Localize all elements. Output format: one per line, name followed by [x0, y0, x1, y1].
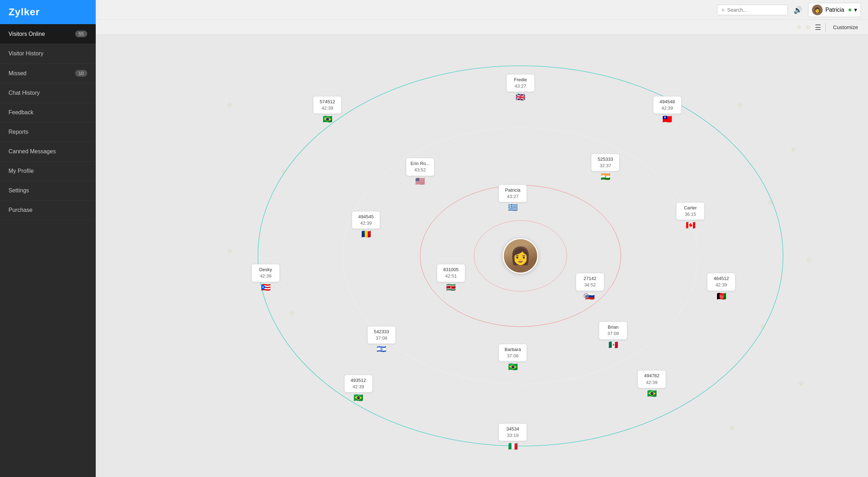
sidebar-item-visitors-online[interactable]: Visitors Online55 [0, 24, 96, 44]
visitor-time: 37:08 [603, 330, 623, 337]
visitor-node-493512[interactable]: 49351242:39🇧🇷 [344, 375, 373, 402]
visitor-node-carter[interactable]: Carter36:15🇨🇦 [676, 202, 705, 230]
visitor-flag: 🇺🇸 [415, 176, 425, 186]
star-decoration-0: ☆ [227, 101, 233, 109]
visitor-time: 42:39 [255, 273, 276, 279]
star-decoration-7: ☆ [806, 256, 812, 264]
visitor-node-831005[interactable]: 83100542:51🇸🇷 [437, 264, 465, 292]
visitor-node-525333[interactable]: 52533332:37🇮🇳 [591, 154, 619, 181]
sidebar-item-reports[interactable]: Reports [0, 122, 96, 142]
visitor-time: 32:37 [595, 163, 616, 169]
visitor-id: 464512 [711, 275, 731, 282]
visitor-time: 42:39 [657, 105, 678, 111]
visitor-time: 43:27 [510, 83, 531, 89]
visitor-time: 43:27 [502, 193, 523, 200]
visitor-time: 34:52 [580, 282, 600, 288]
star-decoration-5: ☆ [791, 146, 796, 153]
visitor-flag: 🇷🇴 [361, 230, 371, 239]
search-box[interactable]: ≡ [717, 5, 788, 15]
visitor-id: 574512 [317, 99, 338, 105]
visitor-flag: 🇨🇦 [686, 221, 695, 230]
visitor-flag: 🇮🇱 [377, 345, 386, 354]
visitor-id: Patricia [502, 187, 523, 193]
visitor-card: Brian37:08 [599, 322, 627, 339]
star-decoration-1: ☆ [281, 168, 287, 175]
sidebar-item-label: Visitors Online [9, 31, 45, 37]
visitor-card: Barbara37:08 [499, 344, 527, 361]
sidebar-item-label: Chat History [9, 90, 40, 96]
visitor-card: 54233337:08 [367, 326, 396, 344]
visitor-card: 49351242:39 [344, 375, 373, 393]
visitor-id: 493512 [348, 377, 369, 384]
visitor-node-464512[interactable]: 46451242:39🇦🇫 [707, 273, 735, 301]
sidebar-item-settings[interactable]: Settings [0, 181, 96, 201]
hamburger-icon[interactable]: ☰ [815, 23, 821, 32]
visitor-time: 37:08 [371, 335, 392, 341]
visitor-card: 49454842:39 [653, 96, 681, 114]
visitor-id: 34534 [502, 426, 523, 432]
sidebar-item-visitor-history[interactable]: Visitor History [0, 44, 96, 64]
visitor-card: Carter36:15 [676, 202, 705, 220]
visitor-id: 494545 [356, 214, 376, 220]
visitor-time: 42:39 [641, 379, 662, 385]
visitor-id: 494782 [641, 373, 662, 379]
visitor-flag: 🇬🇧 [516, 93, 525, 102]
user-name: Patricia [825, 7, 844, 13]
visitor-card: 49478242:39 [638, 370, 666, 388]
sidebar-item-purchase[interactable]: Purchase [0, 201, 96, 220]
customize-bar: ☆ ☆ ☰ Customize [96, 20, 868, 35]
visitor-node-patricia[interactable]: Patricia43:27🇬🇷 [499, 185, 527, 212]
visitor-card: 83100542:51 [437, 264, 465, 282]
user-profile-button[interactable]: 👩 Patricia ▾ [808, 3, 861, 17]
visitor-node-fredie[interactable]: Fredie43:27🇬🇧 [506, 74, 535, 102]
visitor-time: 42:39 [356, 220, 376, 226]
visitor-id: 542333 [371, 329, 392, 335]
visitor-node-494782[interactable]: 49478242:39🇧🇷 [638, 370, 666, 398]
sidebar: Zylker Visitors Online55Visitor HistoryM… [0, 0, 96, 477]
sidebar-item-missed[interactable]: Missed10 [0, 64, 96, 83]
visitor-node-494548[interactable]: 49454842:39🇹🇼 [653, 96, 681, 124]
sidebar-item-label: My Profile [9, 168, 34, 174]
visitor-node-desky[interactable]: Desky42:39🇵🇷 [251, 264, 280, 292]
visitor-node-erin-ro[interactable]: Erin Ro...43:52🇺🇸 [406, 158, 434, 186]
center-avatar-image: 👩 [503, 238, 538, 274]
divider [825, 23, 826, 32]
visitor-node-27142[interactable]: 2714234:52🇷🇺 [576, 273, 604, 301]
visitor-card: 46451242:39 [707, 273, 735, 291]
radar-area: ☆☆☆☆☆☆☆☆☆☆☆ Fredie43:27🇬🇧57451242:39🇧🇷49… [96, 35, 868, 477]
visitor-node-barbara[interactable]: Barbara37:08🇧🇷 [499, 344, 527, 371]
visitor-flag: 🇧🇷 [647, 389, 657, 398]
visitor-node-34534[interactable]: 3453433:19🇮🇹 [499, 423, 527, 451]
sound-icon[interactable]: 🔊 [794, 6, 802, 14]
sidebar-item-label: Canned Messages [9, 148, 56, 155]
sidebar-item-feedback[interactable]: Feedback [0, 103, 96, 122]
star-icon-1: ☆ [796, 24, 801, 31]
nav-badge: 55 [75, 31, 87, 37]
visitor-node-542333[interactable]: 54233337:08🇮🇱 [367, 326, 396, 354]
visitor-flag: 🇧🇷 [508, 362, 518, 372]
visitor-node-574512[interactable]: 57451242:39🇧🇷 [313, 96, 341, 124]
sidebar-item-canned-messages[interactable]: Canned Messages [0, 142, 96, 161]
visitor-flag: 🇬🇷 [508, 203, 518, 212]
sidebar-item-label: Feedback [9, 109, 33, 116]
visitor-flag: 🇮🇳 [601, 172, 610, 181]
sidebar-item-my-profile[interactable]: My Profile [0, 161, 96, 181]
sidebar-item-chat-history[interactable]: Chat History [0, 83, 96, 103]
visitor-flag: 🇮🇹 [508, 442, 518, 451]
search-input[interactable] [727, 7, 777, 13]
visitor-card: Patricia43:27 [499, 185, 527, 202]
visitor-card: 3453433:19 [499, 423, 527, 441]
visitor-node-brian[interactable]: Brian37:08🇲🇽 [599, 322, 627, 349]
visitor-node-494545[interactable]: 49454542:39🇷🇴 [352, 211, 380, 239]
star-icon-2: ☆ [806, 24, 811, 31]
visitor-time: 42:39 [348, 384, 369, 390]
star-decoration-4: ☆ [737, 101, 742, 109]
visitor-time: 33:19 [502, 432, 523, 439]
sidebar-item-label: Visitor History [9, 50, 43, 57]
avatar: 👩 [812, 5, 823, 15]
sidebar-item-label: Missed [9, 70, 27, 77]
visitor-card: Desky42:39 [251, 264, 280, 282]
visitor-card: Fredie43:27 [506, 74, 535, 92]
customize-button[interactable]: Customize [830, 23, 861, 32]
visitor-card: 49454542:39 [352, 211, 380, 229]
